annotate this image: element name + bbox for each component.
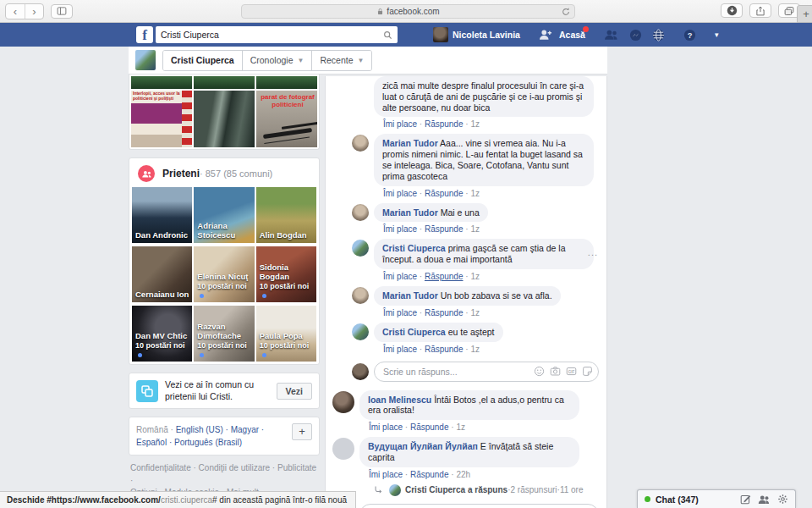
facebook-logo[interactable]: f xyxy=(136,26,153,43)
avatar[interactable] xyxy=(332,391,354,413)
friend-tile[interactable]: Razvan Dimoftache10 postări noi xyxy=(194,306,254,362)
contacts-icon[interactable] xyxy=(758,494,771,505)
reply-link[interactable]: Răspunde xyxy=(425,308,464,318)
profile-thumbnail[interactable] xyxy=(135,50,156,70)
comment-author[interactable]: Marian Tudor xyxy=(382,138,438,148)
like-link[interactable]: Îmi place xyxy=(369,422,403,432)
reply-link[interactable]: Răspunde xyxy=(425,345,464,354)
comment-time[interactable]: 1z xyxy=(470,272,480,281)
address-bar[interactable]: facebook.com xyxy=(241,4,575,19)
friends-title[interactable]: Prieteni xyxy=(162,168,200,179)
like-link[interactable]: Îmi place xyxy=(383,189,417,198)
avatar[interactable] xyxy=(352,135,369,152)
home-link[interactable]: Acasă xyxy=(559,30,585,40)
downloads-button[interactable] xyxy=(721,3,743,18)
browser-sidebar-button[interactable] xyxy=(51,4,73,19)
reply-link[interactable]: Răspunde xyxy=(410,470,449,479)
emoji-icon[interactable] xyxy=(534,366,545,377)
friend-tile[interactable]: Sidonia Bogdan10 postări noi xyxy=(256,246,316,302)
friend-tile[interactable]: Alin Bogdan xyxy=(256,187,316,243)
like-link[interactable]: Îmi place xyxy=(383,272,417,281)
photo-thumbnail[interactable] xyxy=(256,76,317,89)
comment-time[interactable]: 1z xyxy=(470,224,480,234)
profile-name-tab[interactable]: Cristi Ciuperca xyxy=(163,51,242,70)
photo-rifle[interactable]: parat de fotograf politicieni xyxy=(256,91,317,147)
sticker-icon[interactable] xyxy=(582,366,593,377)
new-message-icon[interactable] xyxy=(740,494,751,505)
profile-shortcut[interactable]: Nicoleta Lavinia xyxy=(433,27,520,42)
reply-input-pill[interactable] xyxy=(374,362,599,382)
browser-back-button[interactable]: ‹ xyxy=(6,4,25,19)
sort-dropdown[interactable]: Recente▼ xyxy=(311,51,371,70)
notification-badge xyxy=(583,26,589,32)
like-link[interactable]: Îmi place xyxy=(383,345,417,354)
notifications-button[interactable] xyxy=(652,29,665,41)
help-button[interactable] xyxy=(683,29,696,41)
like-link[interactable]: Îmi place xyxy=(383,308,417,318)
photo-thumbnail[interactable] xyxy=(194,76,255,89)
gif-icon[interactable] xyxy=(566,366,577,377)
search-input[interactable] xyxy=(156,30,383,40)
comment-author[interactable]: Marian Tudor xyxy=(382,290,438,301)
chat-label[interactable]: Chat (347) xyxy=(656,494,733,505)
add-language-button[interactable]: + xyxy=(292,423,312,440)
friend-tile[interactable]: Cernaianu Ion xyxy=(132,246,192,302)
friend-tile[interactable]: Dan MV Chtic10 postări noi xyxy=(132,306,192,362)
friend-tile[interactable]: Adriana Stoicescu xyxy=(194,187,254,243)
reply-link[interactable]: Răspunde xyxy=(410,422,449,432)
camera-icon[interactable] xyxy=(550,366,561,377)
see-common-button[interactable]: Vezi xyxy=(277,383,312,400)
comment-author[interactable]: Вудущап Йулйап Йулйап xyxy=(368,441,478,451)
photo-door[interactable] xyxy=(194,91,255,147)
like-link[interactable]: Îmi place xyxy=(369,470,403,479)
reload-icon[interactable] xyxy=(561,7,571,17)
like-link[interactable]: Îmi place xyxy=(383,119,417,129)
reply-link[interactable]: Răspunde xyxy=(425,189,464,198)
comment-time[interactable]: 1z xyxy=(470,189,480,198)
friend-tile[interactable]: Elenina Nicuţ10 postări noi xyxy=(194,246,254,302)
footer-links[interactable]: Confidenţialitate · Condiţii de utilizar… xyxy=(130,462,318,487)
search-box[interactable] xyxy=(156,26,398,43)
messenger-button[interactable] xyxy=(629,29,642,41)
comment-time[interactable]: 1z xyxy=(470,308,480,318)
new-tab-button[interactable]: + xyxy=(797,5,812,23)
comment-time[interactable]: 1z xyxy=(456,422,465,432)
friend-tile[interactable]: Paula Popa10 postări noi xyxy=(256,306,316,362)
friend-tile[interactable]: Dan Andronic xyxy=(132,187,192,243)
chat-bar[interactable]: Chat (347) xyxy=(637,489,796,508)
photo-newspaper[interactable]: Interlopii, acces usor la politicieni şi… xyxy=(131,91,192,147)
replies-summary[interactable]: Cristi Ciuperca a răspuns 2 răspunsuri 1… xyxy=(374,484,606,496)
browser-forward-button[interactable]: › xyxy=(25,4,43,19)
friend-requests-button[interactable]: Acasă xyxy=(539,29,585,41)
like-link[interactable]: Îmi place xyxy=(383,224,417,234)
comment-options-button[interactable]: ... xyxy=(588,247,598,257)
comment-author[interactable]: Cristi Ciuperca xyxy=(382,327,446,337)
comment-time[interactable]: 1z xyxy=(470,119,480,129)
search-icon[interactable] xyxy=(383,30,392,40)
chat-settings-icon[interactable] xyxy=(777,494,788,505)
avatar[interactable] xyxy=(352,240,369,257)
avatar[interactable] xyxy=(352,287,369,304)
comment-author[interactable]: Cristi Ciuperca xyxy=(382,243,446,253)
timeline-dropdown[interactable]: Cronologie▼ xyxy=(242,51,312,70)
account-menu-button[interactable]: ▾ xyxy=(715,30,719,39)
reply-link[interactable]: Răspunde xyxy=(425,272,464,281)
comment-time[interactable]: 1z xyxy=(470,345,480,354)
comment-author[interactable]: Marian Tudor xyxy=(382,207,438,218)
reply-link[interactable]: Răspunde xyxy=(425,224,464,234)
share-button[interactable] xyxy=(749,3,771,18)
reply-input[interactable] xyxy=(383,367,529,377)
comment-author[interactable]: Ioan Melinescu xyxy=(368,395,431,405)
comment-bubble: Cristi Ciuperca eu te aştept xyxy=(374,323,503,342)
photo-thumbnail[interactable] xyxy=(131,76,192,89)
comment-time[interactable]: 22h xyxy=(456,470,470,479)
comment-input-pill[interactable] xyxy=(359,504,599,508)
avatar[interactable] xyxy=(352,323,369,340)
reply-link[interactable]: Răspunde xyxy=(425,119,464,129)
avatar[interactable] xyxy=(352,204,369,221)
comment-bubble: Вудущап Йулйап Йулйап E învăţată să stei… xyxy=(359,437,579,467)
avatar[interactable] xyxy=(332,438,354,460)
friends-nav-button[interactable] xyxy=(604,29,619,41)
replier-name[interactable]: Cristi Ciuperca a răspuns xyxy=(405,485,508,494)
replies-count[interactable]: 2 răspunsuri xyxy=(511,485,557,494)
